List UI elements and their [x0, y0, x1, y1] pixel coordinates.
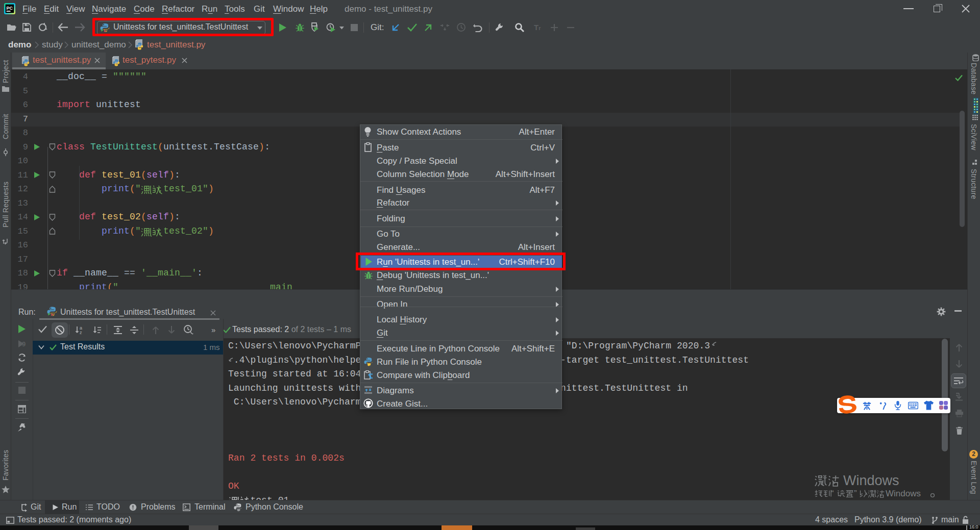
svg-text:z: z: [80, 330, 82, 335]
svg-text:9: 9: [22, 340, 26, 348]
svg-text:PC: PC: [7, 6, 13, 11]
